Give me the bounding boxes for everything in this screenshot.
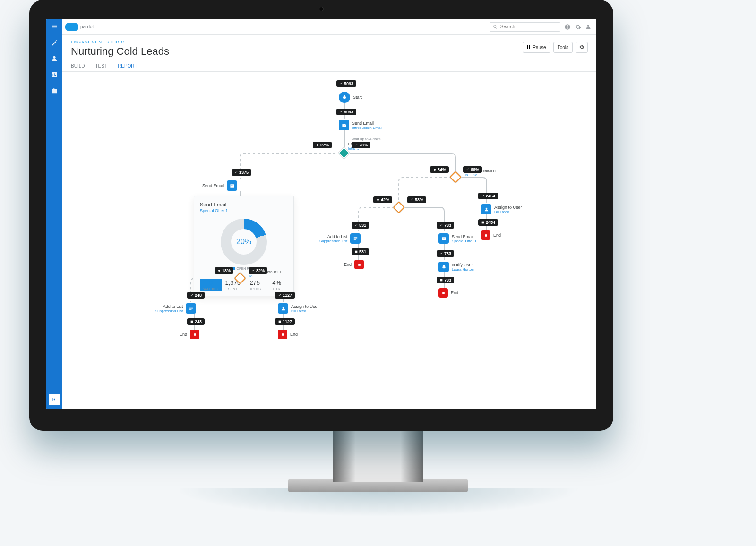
start-node[interactable]: Start	[339, 92, 362, 103]
count-badge: 248	[187, 292, 205, 299]
percent-badge: 18%	[215, 267, 233, 274]
search-icon	[493, 24, 498, 29]
drop-icon	[342, 94, 347, 100]
action-node[interactable]: Send EmailIntroduction Email	[339, 120, 382, 130]
open-rate-donut: 20%	[221, 219, 267, 265]
breadcrumb: ENGAGEMENT STUDIO	[71, 40, 588, 44]
wait-label: Wait up to 4 days	[352, 137, 381, 141]
action-node[interactable]: Notify UserLaura Horton	[438, 262, 474, 272]
pause-icon	[527, 45, 531, 49]
action-node[interactable]: Assign to UserBill Reed	[481, 204, 522, 214]
count-badge: 531	[352, 222, 369, 229]
stop-icon	[357, 262, 362, 267]
settings-button[interactable]	[576, 42, 588, 53]
mail-icon	[441, 236, 447, 241]
count-badge: 1375	[232, 169, 251, 176]
action-node[interactable]: Add to ListSuppression List	[155, 303, 196, 314]
percent-badge: 82%	[249, 267, 267, 274]
gear-icon	[579, 44, 584, 50]
count-badge: 733	[437, 277, 454, 283]
topbar: pardot	[62, 19, 596, 35]
user-icon	[484, 207, 489, 212]
chart-icon[interactable]	[51, 71, 58, 78]
page-title: Nurturing Cold Leads	[71, 45, 588, 58]
bell-icon	[441, 264, 447, 270]
end-node[interactable]: End	[344, 260, 364, 269]
count-badge: 248	[187, 318, 205, 325]
people-icon[interactable]	[51, 55, 58, 62]
search-input[interactable]	[490, 22, 560, 32]
action-node[interactable]: Assign to UserBill Reed	[278, 303, 319, 314]
count-badge: 1127	[275, 318, 295, 325]
end-node[interactable]: End	[438, 288, 458, 298]
count-badge: 733	[437, 222, 454, 229]
pause-button[interactable]: Pause	[523, 42, 550, 53]
count-badge: 531	[352, 248, 369, 255]
count-badge: 5093	[336, 109, 356, 115]
list-icon	[189, 306, 194, 311]
percent-badge: 34%	[430, 166, 449, 173]
svg-rect-1	[282, 333, 284, 336]
user-icon	[281, 306, 286, 311]
count-badge: 5093	[336, 80, 356, 87]
percent-badge: 42%	[373, 196, 392, 203]
action-node[interactable]: Add to ListSuppression List	[319, 233, 361, 244]
flow-canvas[interactable]: 5093 Start 5093 Send EmailIntroduction E…	[62, 72, 596, 409]
menu-icon[interactable]	[51, 23, 58, 30]
collapse-icon[interactable]	[49, 394, 60, 405]
wand-icon[interactable]	[51, 39, 58, 46]
node-detail-card: Send Email Special Offer 1 20% OPEN RATE…	[194, 196, 294, 296]
end-node[interactable]: End	[481, 230, 501, 240]
mail-icon	[342, 123, 347, 128]
end-node[interactable]: End	[180, 330, 199, 339]
webcam-icon	[319, 7, 324, 11]
svg-rect-0	[194, 333, 196, 336]
svg-rect-4	[442, 292, 445, 294]
count-badge: 733	[437, 250, 454, 257]
percent-badge: 58%	[407, 196, 426, 203]
user-icon[interactable]	[585, 24, 592, 30]
salesforce-logo-icon	[65, 23, 78, 31]
help-icon[interactable]	[564, 24, 571, 30]
count-badge: 2454	[478, 219, 498, 226]
gear-icon[interactable]	[575, 24, 581, 30]
svg-rect-2	[485, 234, 487, 237]
list-icon	[353, 236, 358, 241]
count-badge: 1127	[275, 292, 295, 299]
action-node[interactable]: Send Email	[202, 180, 237, 191]
sidebar	[46, 19, 62, 409]
rule-node[interactable]	[449, 171, 461, 183]
stop-icon	[441, 290, 446, 296]
brand-text: pardot	[80, 24, 94, 29]
stop-icon	[192, 332, 198, 337]
end-node[interactable]: End	[278, 330, 298, 339]
stop-icon	[280, 332, 285, 337]
percent-badge: 66%	[463, 166, 482, 173]
rule-node[interactable]	[393, 201, 404, 213]
stop-icon	[483, 233, 489, 238]
tools-button[interactable]: Tools	[553, 42, 573, 53]
svg-rect-3	[358, 264, 361, 266]
card-title: Send Email	[200, 202, 288, 207]
card-subtitle[interactable]: Special Offer 1	[200, 208, 288, 213]
mail-icon	[230, 183, 235, 188]
briefcase-icon[interactable]	[51, 87, 58, 94]
percent-badge: 27%	[313, 142, 332, 148]
action-node[interactable]: Send EmailSpecial Offer 1	[438, 233, 477, 244]
percent-badge: 73%	[352, 142, 370, 148]
count-badge: 2454	[478, 193, 498, 199]
